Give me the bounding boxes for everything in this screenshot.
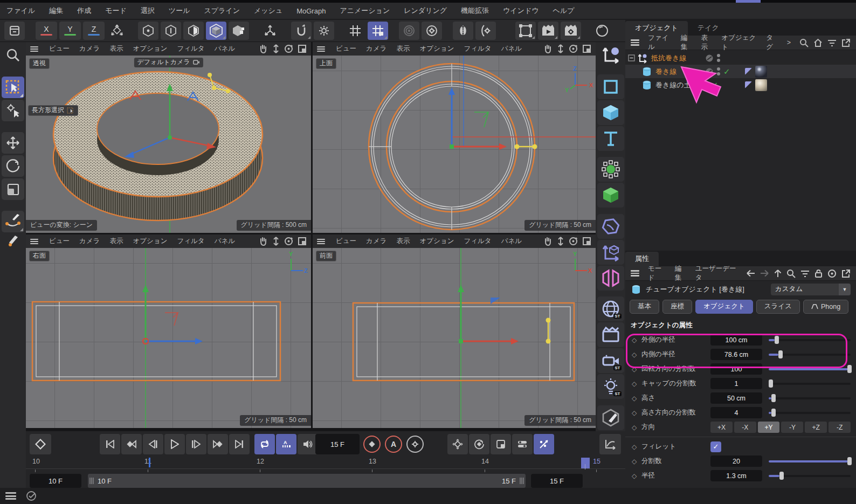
keying-settings-icon[interactable] xyxy=(404,434,426,454)
prev-frame-icon[interactable] xyxy=(143,434,163,454)
menu-edit[interactable]: 編集 xyxy=(49,6,63,16)
fillet-segments-field[interactable]: 20 xyxy=(710,455,762,467)
key-rotation-icon[interactable] xyxy=(469,434,489,454)
parameter-diamond-icon[interactable]: ◇ xyxy=(632,395,641,402)
stage-icon[interactable] xyxy=(597,322,624,347)
tree-row-coil[interactable]: 巻き線 ✓ xyxy=(625,65,856,78)
polygon-pen-icon[interactable] xyxy=(597,405,624,430)
record-keyframe-icon[interactable] xyxy=(361,434,383,454)
om-menu-edit[interactable]: 編集 xyxy=(681,33,693,52)
height-field[interactable]: 50 cm xyxy=(710,392,762,404)
render-settings-icon[interactable] xyxy=(561,22,581,40)
material-tag-beige[interactable] xyxy=(755,79,767,91)
menu-file[interactable]: ファイル xyxy=(6,6,35,16)
polygons-mode-icon[interactable] xyxy=(183,22,204,40)
current-frame-field[interactable]: 15 F xyxy=(315,434,360,454)
lock-workplane-icon[interactable] xyxy=(368,22,388,40)
light-icon[interactable]: ST xyxy=(597,374,624,399)
render-picture-viewer-icon[interactable] xyxy=(538,22,558,40)
outer-radius-slider[interactable] xyxy=(769,334,851,346)
tab-basic[interactable]: 基本 xyxy=(630,300,659,314)
height-segments-slider[interactable] xyxy=(769,407,851,418)
zoom-view-icon[interactable] xyxy=(272,44,280,53)
vp-menu-view[interactable]: ビュー xyxy=(49,44,70,53)
pan-hand-icon[interactable] xyxy=(259,44,268,53)
rotation-segments-slider[interactable] xyxy=(769,363,851,375)
right-scene[interactable]: Y Z 右面 グリッド間隔 : 50 cm xyxy=(26,248,311,428)
tab-slice[interactable]: スライス xyxy=(756,300,800,314)
rotate-view-icon[interactable] xyxy=(284,237,293,246)
rotate-view-icon[interactable] xyxy=(569,44,578,53)
phong-tag-icon[interactable] xyxy=(745,81,752,88)
edges-mode-icon[interactable] xyxy=(161,22,181,40)
vp-menu-camera[interactable]: カメラ xyxy=(366,237,386,246)
snap-icon[interactable] xyxy=(291,22,312,40)
orientation-minus-y[interactable]: -Y xyxy=(781,422,803,433)
snap-settings-icon[interactable] xyxy=(314,22,334,40)
vp-menu-view[interactable]: ビュー xyxy=(49,237,70,246)
pan-hand-icon[interactable] xyxy=(543,44,553,53)
plane-icon[interactable] xyxy=(597,74,624,99)
key-position-icon[interactable] xyxy=(447,434,468,454)
inner-radius-field[interactable]: 78.6 cm xyxy=(710,349,762,360)
tree-row-coil-null[interactable]: 抵抗巻き線 xyxy=(625,51,856,65)
parameter-diamond-icon[interactable]: ◇ xyxy=(632,472,641,480)
object-axis-mode-icon[interactable] xyxy=(229,22,249,40)
cube-icon[interactable] xyxy=(597,100,624,125)
fillet-checkbox[interactable]: ✓ xyxy=(710,441,721,452)
viewport-menu-icon[interactable] xyxy=(30,239,38,244)
goto-start-icon[interactable] xyxy=(100,434,120,454)
fillet-radius-field[interactable]: 1.3 cm xyxy=(710,470,762,481)
vp-menu-display[interactable]: 表示 xyxy=(396,237,410,246)
vp-menu-options[interactable]: オプション xyxy=(419,44,454,53)
key-parameter-icon[interactable] xyxy=(512,434,533,454)
isolate-icon[interactable] xyxy=(399,22,419,40)
viewport-front[interactable]: ビュー カメラ 表示 オプション フィルタ パネル xyxy=(313,234,596,428)
parameter-diamond-icon[interactable]: ◇ xyxy=(632,365,641,373)
lock-icon[interactable] xyxy=(814,269,823,278)
sky-icon[interactable]: ST xyxy=(597,296,624,321)
preset-dropdown[interactable]: カスタム▼ xyxy=(771,284,851,295)
vp-menu-view[interactable]: ビュー xyxy=(336,44,356,53)
height-slider[interactable] xyxy=(769,392,851,404)
vp-menu-display[interactable]: 表示 xyxy=(109,44,123,53)
om-menu-object[interactable]: オブジェクト xyxy=(721,33,757,52)
next-key-icon[interactable] xyxy=(208,434,228,454)
om-menu-tags[interactable]: タグ xyxy=(766,33,778,52)
vp-menu-display[interactable]: 表示 xyxy=(109,237,123,246)
panel-menu-icon[interactable] xyxy=(631,39,639,46)
live-selection-icon[interactable] xyxy=(2,77,24,98)
points-mode-icon[interactable] xyxy=(138,22,158,40)
status-menu-icon[interactable] xyxy=(5,492,16,500)
rotation-segments-field[interactable]: 100 xyxy=(710,363,762,375)
object-name[interactable]: 巻き線 xyxy=(655,67,676,77)
zoom-view-icon[interactable] xyxy=(557,237,564,246)
play-icon[interactable] xyxy=(164,434,185,454)
viewport-menu-icon[interactable] xyxy=(317,239,325,244)
front-scene[interactable]: Y X 前面 グリッド間隔 : 50 cm xyxy=(313,248,596,428)
field-icon[interactable] xyxy=(597,157,624,182)
parameter-diamond-icon[interactable]: ◇ xyxy=(632,380,641,388)
timeline-ruler[interactable]: 10 11 12 13 14 15 xyxy=(26,457,625,468)
symmetry-icon[interactable] xyxy=(453,22,473,40)
preview-range-bar[interactable]: 10 F 15 F xyxy=(88,474,526,488)
viewport-right[interactable]: ビュー カメラ 表示 オプション フィルタ パネル xyxy=(26,234,311,428)
rotate-view-icon[interactable] xyxy=(569,237,578,246)
om-menu-more[interactable]: > xyxy=(787,39,791,46)
outer-radius-field[interactable]: 100 cm xyxy=(710,334,762,346)
symmetry-generator-icon[interactable] xyxy=(597,266,624,291)
volume-icon[interactable] xyxy=(597,183,624,208)
tab-coordinates[interactable]: 座標 xyxy=(662,300,692,314)
maximize-view-icon[interactable] xyxy=(298,237,307,246)
search-icon[interactable] xyxy=(786,269,796,278)
visibility-dots[interactable] xyxy=(705,81,708,89)
pen-icon[interactable] xyxy=(2,234,24,247)
menu-tools[interactable]: ツール xyxy=(169,6,190,16)
null-object-icon[interactable] xyxy=(597,43,624,68)
up-icon[interactable] xyxy=(774,269,782,278)
orientation-plus-z[interactable]: +Z xyxy=(805,422,827,433)
material-icon[interactable] xyxy=(592,22,612,40)
symmetry-settings-icon[interactable] xyxy=(475,22,496,40)
enable-axis-icon[interactable] xyxy=(260,22,280,40)
perspective-scene[interactable]: 透視 デフォルトカメラ 長方形選択 ビューの変換: シーン グリッド間隔 : 5… xyxy=(26,56,311,233)
